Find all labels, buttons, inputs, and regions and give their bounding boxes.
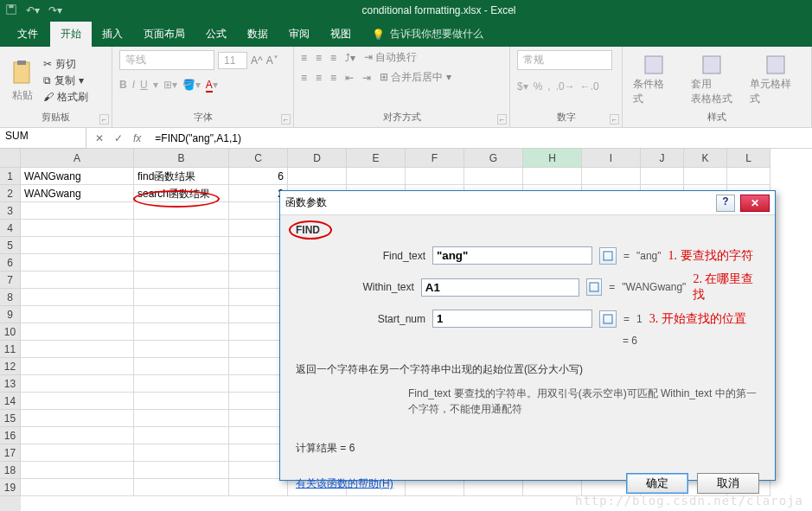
cell[interactable] [134, 254, 229, 271]
select-all-corner[interactable] [0, 149, 21, 168]
cell[interactable] [21, 254, 134, 271]
cell[interactable] [134, 289, 229, 306]
save-icon[interactable] [5, 3, 17, 18]
row-header-1[interactable]: 1 [0, 168, 21, 185]
comma-icon[interactable]: , [547, 80, 550, 93]
bold-button[interactable]: B [119, 79, 127, 91]
cell[interactable] [134, 393, 229, 410]
format-painter-button[interactable]: 🖌格式刷 [43, 89, 88, 105]
cell[interactable] [21, 393, 134, 410]
cell[interactable]: WANGwang [21, 168, 134, 185]
cell[interactable] [21, 237, 134, 254]
row-header-13[interactable]: 13 [0, 375, 21, 393]
row-header-11[interactable]: 11 [0, 341, 21, 358]
ok-button[interactable]: 确定 [626, 473, 688, 494]
arg-within-text-input[interactable] [421, 278, 579, 297]
cell[interactable] [523, 168, 582, 185]
cell[interactable] [288, 168, 347, 185]
cell[interactable] [21, 444, 134, 462]
undo-icon[interactable]: ↶▾ [26, 4, 40, 16]
menu-data[interactable]: 数据 [237, 22, 278, 47]
cell[interactable]: 6 [229, 168, 288, 185]
font-color-icon[interactable]: A▾ [206, 79, 218, 91]
cell[interactable] [21, 220, 134, 237]
row-header-10[interactable]: 10 [0, 323, 21, 341]
arg-find-text-input[interactable] [432, 246, 592, 265]
col-header-K[interactable]: K [684, 149, 727, 168]
cancel-formula-icon[interactable]: ✕ [95, 132, 104, 144]
arg-start-num-input[interactable] [432, 310, 592, 328]
row-header-4[interactable]: 4 [0, 220, 21, 237]
cell[interactable] [134, 358, 229, 375]
italic-button[interactable]: I [132, 79, 135, 91]
col-header-J[interactable]: J [641, 149, 684, 168]
decrease-font-icon[interactable]: A˅ [266, 54, 278, 67]
cell[interactable] [134, 444, 229, 462]
cell[interactable] [21, 479, 134, 496]
number-format-select[interactable]: 常规 [517, 50, 612, 70]
cell[interactable] [134, 323, 229, 341]
table-format-button[interactable]: 套用 表格格式 [687, 53, 736, 108]
cell-styles-button[interactable]: 单元格样式 [746, 53, 804, 108]
accept-formula-icon[interactable]: ✓ [114, 132, 123, 144]
cell[interactable] [21, 427, 134, 444]
currency-icon[interactable]: $▾ [517, 80, 528, 93]
cell[interactable] [134, 410, 229, 427]
redo-icon[interactable]: ↷▾ [48, 4, 62, 16]
menu-view[interactable]: 视图 [320, 22, 361, 47]
cell[interactable] [134, 375, 229, 393]
cell[interactable] [641, 168, 684, 185]
row-header-2[interactable]: 2 [0, 185, 21, 202]
indent-increase-icon[interactable]: ⇥ [362, 72, 371, 84]
menu-insert[interactable]: 插入 [92, 22, 133, 47]
align-left-icon[interactable]: ≡ [301, 72, 307, 84]
cell[interactable] [134, 427, 229, 444]
orientation-icon[interactable]: ⤴▾ [345, 52, 355, 64]
dialog-launcher-icon[interactable]: ⌐ [497, 114, 507, 125]
col-header-F[interactable]: F [406, 149, 464, 168]
cell[interactable] [21, 375, 134, 393]
paste-button[interactable]: 粘贴 [7, 57, 38, 105]
cell[interactable] [684, 168, 727, 185]
cell[interactable] [134, 462, 229, 479]
row-header-14[interactable]: 14 [0, 393, 21, 410]
cell[interactable] [134, 306, 229, 323]
col-header-D[interactable]: D [288, 149, 347, 168]
row-header-9[interactable]: 9 [0, 306, 21, 323]
row-header-8[interactable]: 8 [0, 289, 21, 306]
merge-button[interactable]: ⊞ 合并后居中 ▾ [380, 70, 451, 85]
cell[interactable] [727, 168, 770, 185]
row-header-5[interactable]: 5 [0, 237, 21, 254]
row-header-19[interactable]: 19 [0, 479, 21, 496]
align-bottom-icon[interactable]: ≡ [330, 52, 336, 64]
cell[interactable] [134, 479, 229, 496]
row-header-15[interactable]: 15 [0, 410, 21, 427]
name-box[interactable]: SUM [0, 128, 86, 149]
cell[interactable] [21, 271, 134, 289]
menu-review[interactable]: 审阅 [278, 22, 320, 47]
increase-font-icon[interactable]: A^ [251, 54, 263, 67]
cell[interactable] [134, 220, 229, 237]
help-link[interactable]: 有关该函数的帮助(H) [296, 476, 393, 491]
row-header-12[interactable]: 12 [0, 358, 21, 375]
percent-icon[interactable]: % [534, 80, 543, 93]
indent-decrease-icon[interactable]: ⇤ [345, 72, 354, 84]
cell[interactable] [347, 168, 406, 185]
dialog-launcher-icon[interactable]: ⌐ [610, 114, 619, 125]
cell[interactable] [582, 168, 641, 185]
row-header-3[interactable]: 3 [0, 202, 21, 220]
cell[interactable] [21, 410, 134, 427]
cell[interactable] [21, 462, 134, 479]
col-header-A[interactable]: A [21, 149, 134, 168]
cell[interactable] [229, 479, 288, 496]
align-right-icon[interactable]: ≡ [330, 72, 336, 84]
range-selector-icon[interactable] [599, 310, 617, 328]
col-header-G[interactable]: G [464, 149, 523, 168]
cell[interactable] [406, 168, 464, 185]
range-selector-icon[interactable] [586, 278, 602, 296]
range-selector-icon[interactable] [599, 247, 617, 265]
row-header-18[interactable]: 18 [0, 462, 21, 479]
fx-icon[interactable]: fx [133, 132, 141, 144]
dialog-launcher-icon[interactable]: ⌐ [281, 114, 291, 125]
cell[interactable] [134, 341, 229, 358]
